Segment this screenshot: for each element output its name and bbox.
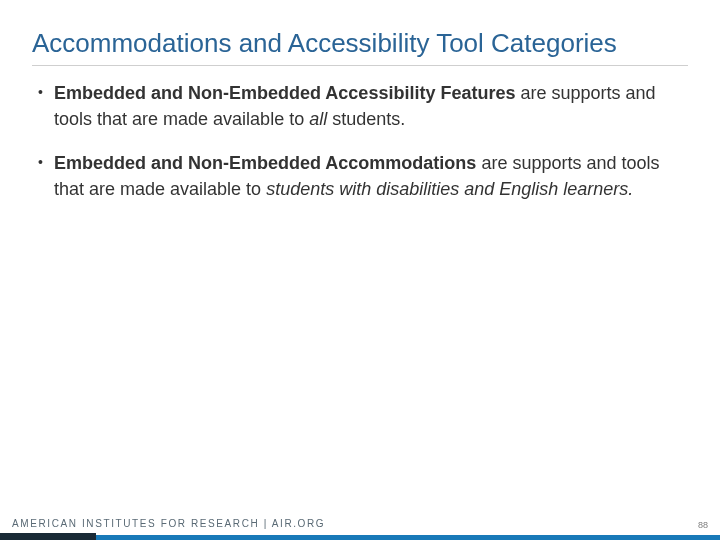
footer: AMERICAN INSTITUTES FOR RESEARCH | AIR.O… — [0, 506, 720, 540]
bullet-2-italic: students with disabilities and English l… — [266, 179, 633, 199]
title-divider — [32, 65, 688, 66]
footer-org-text: AMERICAN INSTITUTES FOR RESEARCH | AIR.O… — [12, 518, 325, 529]
bullet-item-1: Embedded and Non-Embedded Accessibility … — [32, 80, 688, 132]
bullet-1-bold: Embedded and Non-Embedded Accessibility … — [54, 83, 515, 103]
bullet-1-italic: all — [309, 109, 327, 129]
footer-accent-bar-dark — [0, 533, 96, 540]
slide: Accommodations and Accessibility Tool Ca… — [0, 0, 720, 540]
bullet-1-text-b: students. — [327, 109, 405, 129]
bullet-2-bold: Embedded and Non-Embedded Accommodations — [54, 153, 476, 173]
footer-accent-bar — [0, 535, 720, 540]
bullet-item-2: Embedded and Non-Embedded Accommodations… — [32, 150, 688, 202]
slide-title: Accommodations and Accessibility Tool Ca… — [32, 28, 688, 59]
bullet-list: Embedded and Non-Embedded Accessibility … — [32, 80, 688, 202]
page-number: 88 — [698, 520, 708, 530]
